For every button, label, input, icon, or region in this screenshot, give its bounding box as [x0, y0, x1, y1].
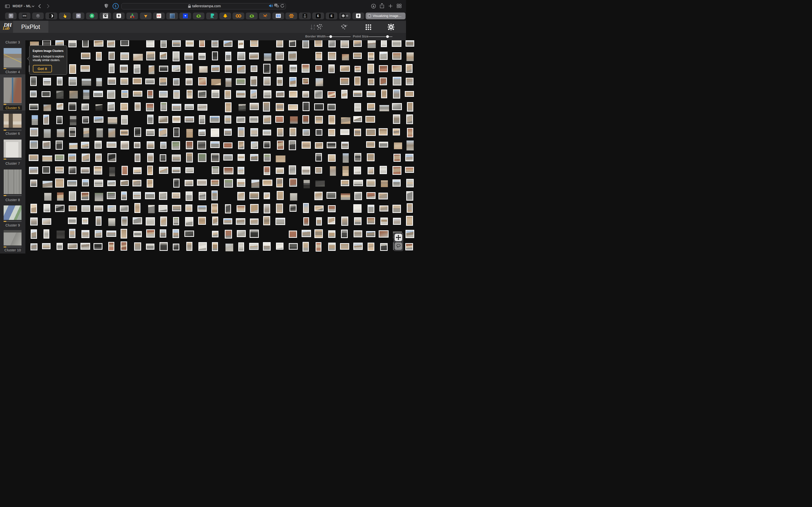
svg-text:文: 文 — [276, 5, 278, 7]
svg-text:Z: Z — [313, 27, 315, 30]
svg-text:A: A — [313, 24, 315, 27]
